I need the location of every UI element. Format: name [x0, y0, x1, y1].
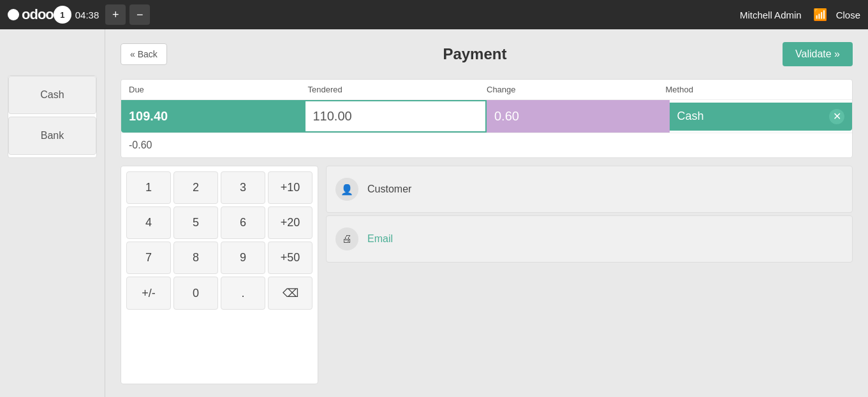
- email-button[interactable]: 🖨 Email: [326, 215, 853, 263]
- key-plus20[interactable]: +20: [268, 206, 313, 239]
- remaining-row: -0.60: [121, 133, 852, 157]
- customer-label: Customer: [367, 184, 411, 195]
- user-name: Mitchell Admin: [740, 10, 802, 20]
- tendered-input[interactable]: [304, 100, 487, 133]
- payment-header: « Back Payment Validate »: [121, 42, 853, 66]
- payment-title: Payment: [167, 45, 783, 63]
- wifi-icon: 📶: [813, 8, 827, 22]
- key-plus10[interactable]: +10: [268, 171, 313, 204]
- back-button[interactable]: « Back: [121, 43, 167, 65]
- bottom-section: 1 2 3 +10 4 5 6 +20 7 8 9 +50 +/- 0 . ⌫: [121, 166, 853, 384]
- key-0[interactable]: 0: [173, 277, 218, 310]
- payment-methods-sidebar: Cash Bank: [0, 29, 105, 397]
- method-cell: Cash ✕: [670, 103, 853, 131]
- customer-button[interactable]: 👤 Customer: [326, 166, 853, 213]
- odoo-logo-text: odoo: [22, 6, 54, 23]
- key-1[interactable]: 1: [126, 171, 171, 204]
- change-amount: 0.60: [487, 100, 670, 133]
- validate-button[interactable]: Validate »: [783, 42, 853, 66]
- add-session-button[interactable]: +: [105, 4, 126, 25]
- payment-table: Due Tendered Change Method 109.40 0.60 C…: [121, 79, 853, 158]
- key-6[interactable]: 6: [221, 206, 265, 239]
- key-3[interactable]: 3: [221, 171, 265, 204]
- key-2[interactable]: 2: [173, 171, 218, 204]
- key-4[interactable]: 4: [126, 206, 171, 239]
- key-5[interactable]: 5: [173, 206, 218, 239]
- close-button[interactable]: Close: [836, 10, 860, 20]
- remove-method-button[interactable]: ✕: [829, 109, 844, 124]
- minimize-button[interactable]: −: [129, 4, 150, 25]
- session-badge: 1: [54, 6, 71, 24]
- numpad: 1 2 3 +10 4 5 6 +20 7 8 9 +50 +/- 0 . ⌫: [121, 166, 318, 384]
- method-header: Method: [666, 85, 845, 94]
- key-plusminus[interactable]: +/-: [126, 277, 171, 310]
- session-time: 04:38: [75, 10, 99, 20]
- topbar: odoo 1 04:38 + − Mitchell Admin 📶 Close: [0, 0, 868, 29]
- payment-row: 109.40 0.60 Cash ✕: [121, 100, 852, 133]
- bank-method-button[interactable]: Bank: [8, 117, 96, 155]
- main-content: Cash Bank « Back Payment Validate » Due …: [0, 29, 868, 397]
- key-8[interactable]: 8: [173, 242, 218, 274]
- key-7[interactable]: 7: [126, 242, 171, 274]
- payment-area: « Back Payment Validate » Due Tendered C…: [105, 29, 868, 397]
- email-label: Email: [367, 233, 393, 245]
- method-name: Cash: [677, 110, 704, 123]
- cash-method-button[interactable]: Cash: [8, 76, 96, 114]
- tendered-cell[interactable]: [304, 100, 487, 133]
- tendered-header: Tendered: [308, 85, 487, 94]
- right-panel: 👤 Customer 🖨 Email: [326, 166, 853, 384]
- payment-table-header: Due Tendered Change Method: [121, 80, 852, 100]
- customer-icon: 👤: [335, 178, 358, 201]
- due-amount: 109.40: [121, 100, 304, 133]
- odoo-logo-icon: [8, 9, 19, 20]
- email-icon: 🖨: [335, 227, 358, 250]
- key-dot[interactable]: .: [221, 277, 265, 310]
- due-header: Due: [129, 85, 308, 94]
- change-header: Change: [487, 85, 666, 94]
- key-plus50[interactable]: +50: [268, 242, 313, 274]
- key-9[interactable]: 9: [221, 242, 265, 274]
- remaining-amount: -0.60: [121, 133, 304, 157]
- odoo-logo: odoo: [8, 6, 54, 23]
- key-backspace[interactable]: ⌫: [268, 277, 313, 310]
